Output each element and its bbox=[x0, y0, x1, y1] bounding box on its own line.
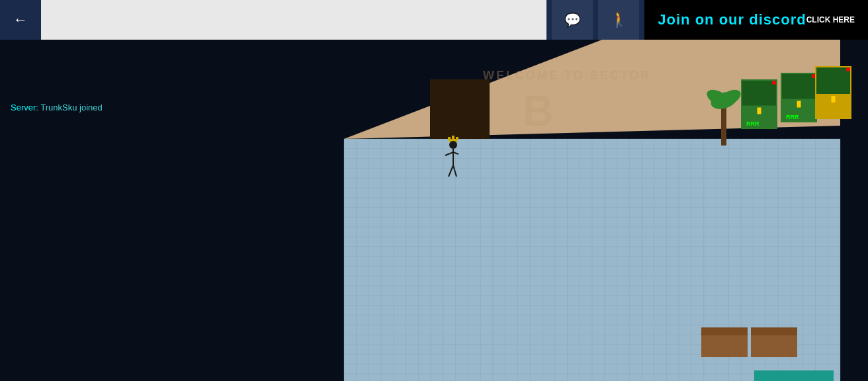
bar-separator-2 bbox=[593, 0, 598, 40]
top-bar: ← 💬 🚶 Join on our discord CLICK HERE bbox=[0, 0, 868, 40]
server-message-text: TrunkSku joined bbox=[40, 103, 102, 112]
server-label: Server: bbox=[11, 103, 38, 112]
emote-icon: 🚶 bbox=[610, 11, 628, 28]
chat-button[interactable]: 💬 bbox=[552, 0, 593, 40]
server-message: Server: TrunkSku joined bbox=[11, 103, 103, 112]
game-scene bbox=[318, 40, 868, 381]
bar-separator-3 bbox=[639, 0, 644, 40]
click-here-label: CLICK HERE bbox=[806, 15, 855, 24]
discord-banner[interactable]: Join on our discord CLICK HERE bbox=[644, 0, 868, 40]
discord-text: Join on our discord bbox=[658, 11, 806, 28]
game-world bbox=[0, 40, 868, 381]
back-button[interactable]: ← bbox=[0, 0, 41, 40]
search-input[interactable] bbox=[41, 0, 546, 40]
emote-button[interactable]: 🚶 bbox=[598, 0, 639, 40]
back-arrow-icon: ← bbox=[13, 11, 28, 28]
bar-separator bbox=[546, 0, 552, 40]
chat-icon: 💬 bbox=[564, 12, 581, 28]
